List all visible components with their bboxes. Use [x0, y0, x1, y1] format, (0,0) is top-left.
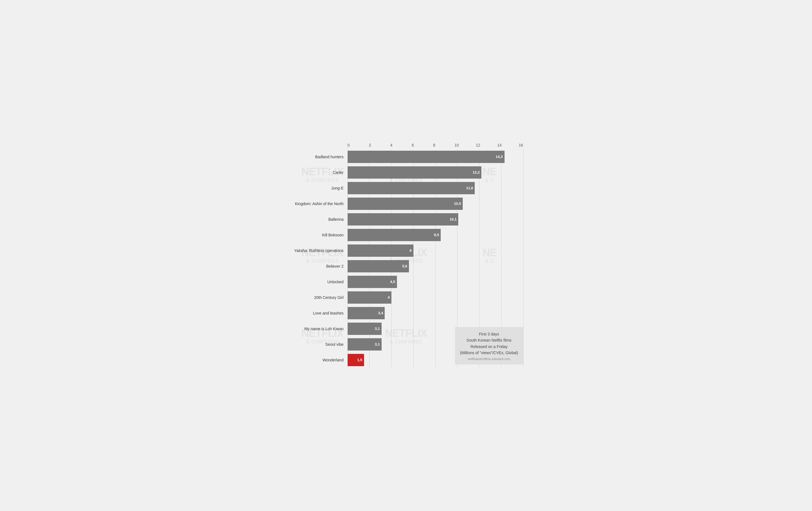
- bar-track: 6: [348, 244, 523, 257]
- bar-label: My name is Loh Kiwan: [286, 326, 348, 331]
- bar-value: 3,1: [375, 342, 381, 346]
- bar-label: Kill Boksoon: [286, 233, 348, 237]
- bar-fill: 11,6: [348, 182, 475, 194]
- bar-value: 12,2: [473, 170, 482, 174]
- x-axis-label-2: 2: [369, 143, 390, 147]
- bar-label: Carter: [286, 170, 348, 175]
- bar-value: 11,6: [466, 186, 475, 190]
- bar-row: Carter12,2: [286, 165, 526, 180]
- x-axis-label-14: 14: [497, 143, 519, 147]
- bar-track: 10,1: [348, 213, 523, 225]
- bar-row: 20th Century Girl4: [286, 290, 526, 305]
- x-axis-label-12: 12: [476, 143, 497, 147]
- bar-value: 1,5: [357, 358, 364, 362]
- bar-label: 20th Century Girl: [286, 295, 348, 300]
- bar-row: Yaksha: Ruthless operations6: [286, 243, 526, 258]
- bar-value: 3,4: [378, 311, 385, 315]
- bar-label: Jung-E: [286, 186, 348, 190]
- bar-track: 12,2: [348, 166, 523, 179]
- bar-track: 3,4: [348, 307, 523, 319]
- bar-value: 3,1: [375, 326, 381, 331]
- x-axis-label-6: 6: [412, 143, 433, 147]
- bar-value: 5,6: [402, 264, 409, 268]
- bar-value: 14,3: [496, 155, 504, 159]
- bar-row: Love and leashes3,4: [286, 306, 526, 320]
- bar-fill: 3,1: [348, 323, 382, 335]
- bar-fill: 4,5: [348, 276, 397, 288]
- bar-fill: 4: [348, 291, 392, 304]
- bar-value: 8,5: [434, 233, 441, 237]
- bar-fill: 6: [348, 244, 413, 257]
- bar-value: 4,5: [390, 280, 397, 284]
- legend-title: First 3 daysSouth Korean Netflix filmsRe…: [460, 331, 518, 356]
- legend-source: netflixandchiffres.substack.com: [460, 357, 518, 360]
- bar-fill: 8,5: [348, 229, 441, 241]
- bar-label: Unlocked: [286, 280, 348, 284]
- bar-fill: 12,2: [348, 166, 482, 179]
- bar-fill: 1,5: [348, 354, 364, 366]
- bar-track: 11,6: [348, 182, 523, 194]
- x-axis-label-16: 16: [519, 143, 523, 147]
- bar-fill: 10,1: [348, 213, 459, 225]
- bar-fill: 10,5: [348, 197, 463, 210]
- bar-row: Kill Boksoon8,5: [286, 228, 526, 242]
- chart-inner: 0246810121416 Badland hunters14,3Carter1…: [286, 143, 526, 367]
- x-axis-label-4: 4: [390, 143, 412, 147]
- bar-value: 6: [410, 248, 413, 252]
- chart-container: NETFLIX& CHIFFRES NETFLIX& CHIFFRES NETF…: [281, 135, 531, 377]
- bar-label: Ballerina: [286, 217, 348, 222]
- bar-label: Wonderland: [286, 358, 348, 362]
- bar-row: Believer 25,6: [286, 259, 526, 273]
- bar-value: 10,1: [450, 217, 458, 221]
- bar-fill: 3,4: [348, 307, 385, 319]
- bar-label: Badland hunters: [286, 155, 348, 159]
- bar-label: Seoul vibe: [286, 342, 348, 347]
- bar-row: Badland hunters14,3: [286, 150, 526, 164]
- bar-track: 8,5: [348, 229, 523, 241]
- x-axis-label-0: 0: [348, 143, 369, 147]
- bar-value: 10,5: [454, 201, 463, 206]
- bar-row: Ballerina10,1: [286, 212, 526, 226]
- bar-fill: 14,3: [348, 151, 504, 163]
- bar-row: Jung-E11,6: [286, 181, 526, 195]
- x-axis-label-8: 8: [433, 143, 455, 147]
- bar-label: Love and leashes: [286, 311, 348, 315]
- legend-box: First 3 daysSouth Korean Netflix filmsRe…: [455, 327, 523, 365]
- bar-track: 14,3: [348, 151, 523, 163]
- x-axis-label-10: 10: [454, 143, 476, 147]
- bar-label: Kingdom: Ashin of the North: [286, 201, 348, 206]
- bar-track: 10,5: [348, 197, 523, 210]
- x-axis: 0246810121416: [348, 143, 526, 147]
- bar-track: 4: [348, 291, 523, 304]
- bar-track: 5,6: [348, 260, 523, 272]
- bar-label: Yaksha: Ruthless operations: [286, 248, 348, 253]
- bar-fill: 3,1: [348, 338, 382, 351]
- bar-row: Unlocked4,5: [286, 275, 526, 289]
- bar-value: 4: [388, 295, 392, 299]
- bar-label: Believer 2: [286, 264, 348, 268]
- bar-track: 4,5: [348, 276, 523, 288]
- bar-fill: 5,6: [348, 260, 409, 272]
- bar-row: Kingdom: Ashin of the North10,5: [286, 196, 526, 211]
